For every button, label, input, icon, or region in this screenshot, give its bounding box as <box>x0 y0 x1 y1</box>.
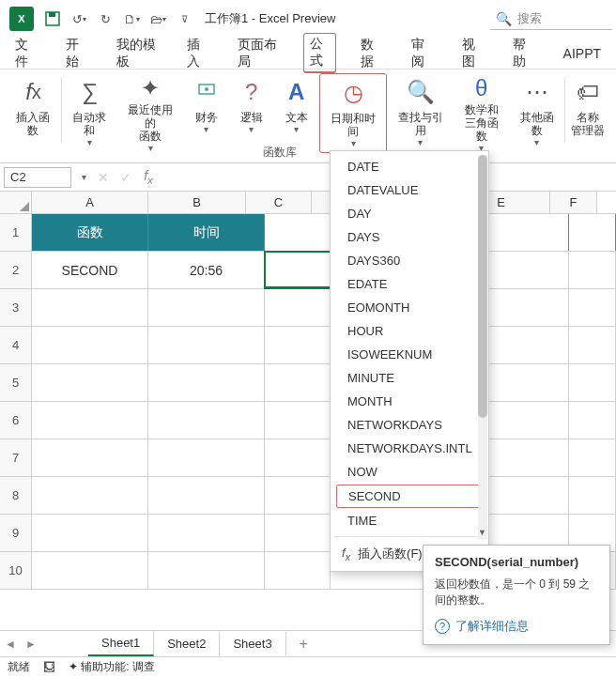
ribbon-lookup[interactable]: 🔍 查找与引用 ▾ <box>387 73 454 153</box>
ribbon-name-manager[interactable]: 🏷 名称 管理器 <box>565 73 610 153</box>
ribbon-mathtrig[interactable]: θ 数学和 三角函数 ▾ <box>454 73 509 153</box>
cell[interactable] <box>569 327 616 363</box>
tab-insert[interactable]: 插入 <box>181 33 213 74</box>
tab-review[interactable]: 审阅 <box>406 33 438 74</box>
active-cell[interactable] <box>265 252 331 288</box>
col-header[interactable]: C <box>246 192 312 213</box>
row-header[interactable]: 7 <box>0 439 32 476</box>
cancel-formula-icon[interactable]: ✕ <box>92 170 115 185</box>
cell[interactable] <box>265 552 331 589</box>
sheet-tab[interactable]: Sheet3 <box>220 632 285 655</box>
cell[interactable] <box>569 477 616 514</box>
menu-item-minute[interactable]: MINUTE <box>331 366 488 390</box>
accessibility-status[interactable]: ✦ 辅助功能: 调查 <box>69 659 155 675</box>
cell[interactable]: 20:56 <box>148 252 265 288</box>
cell[interactable] <box>569 252 616 288</box>
fx-icon[interactable]: fx <box>137 168 160 186</box>
name-box-dropdown[interactable]: ▾ <box>75 172 92 182</box>
cell[interactable] <box>265 214 331 251</box>
row-header[interactable]: 8 <box>0 477 32 514</box>
ribbon-autosum[interactable]: ∑ 自动求和 ▾ <box>62 73 117 153</box>
row-header[interactable]: 5 <box>0 364 32 401</box>
row-header[interactable]: 9 <box>0 515 32 551</box>
ribbon-recent[interactable]: ✦ 最近使用的 函数 ▾ <box>117 73 184 153</box>
ribbon-more[interactable]: ⋯ 其他函数 ▾ <box>509 73 564 153</box>
cell[interactable] <box>569 289 616 326</box>
menu-item-time[interactable]: TIME <box>331 509 488 532</box>
menu-item-days360[interactable]: DAYS360 <box>331 249 488 272</box>
undo-icon[interactable]: ↺▾ <box>66 6 92 32</box>
cell[interactable] <box>32 552 148 589</box>
cell[interactable] <box>32 327 148 363</box>
cell[interactable] <box>32 515 148 551</box>
cell[interactable] <box>569 214 616 251</box>
accept-formula-icon[interactable]: ✓ <box>115 170 137 185</box>
cell[interactable] <box>569 439 616 476</box>
ribbon-text[interactable]: A 文本 ▾ <box>274 73 319 153</box>
menu-item-days[interactable]: DAYS <box>331 225 488 249</box>
cell[interactable] <box>148 515 265 551</box>
sheet-nav-prev[interactable]: ◄ <box>0 638 21 651</box>
cell[interactable] <box>32 402 148 439</box>
cell[interactable] <box>265 289 331 326</box>
scrollbar[interactable] <box>478 155 487 539</box>
add-sheet-button[interactable]: + <box>286 632 321 656</box>
cell[interactable] <box>32 439 148 476</box>
qat-customize-icon[interactable]: ⊽ <box>171 6 197 32</box>
menu-item-networkdays-intl[interactable]: NETWORKDAYS.INTL <box>331 437 488 460</box>
name-box[interactable]: C2 <box>4 167 71 188</box>
open-folder-icon[interactable]: 🗁▾ <box>145 6 171 32</box>
cell[interactable] <box>148 402 265 439</box>
tooltip-learn-more-link[interactable]: ? 了解详细信息 <box>435 618 598 635</box>
cell[interactable] <box>265 364 331 401</box>
tab-formulas[interactable]: 公式 <box>303 33 337 73</box>
cell[interactable] <box>32 289 148 326</box>
menu-item-isoweeknum[interactable]: ISOWEEKNUM <box>331 343 488 366</box>
cell[interactable] <box>32 477 148 514</box>
ribbon-logical[interactable]: ? 逻辑 ▾ <box>229 73 274 153</box>
redo-icon[interactable]: ↻ <box>92 6 118 32</box>
cell[interactable]: SECOND <box>32 252 148 288</box>
select-all-corner[interactable] <box>0 192 32 213</box>
search-input[interactable]: 🔍 搜索 <box>490 8 612 30</box>
scroll-down-icon[interactable]: ▼ <box>478 528 486 537</box>
ribbon-datetime[interactable]: ◷ 日期和时间 ▾ <box>319 73 388 153</box>
cell[interactable]: 函数 <box>32 214 148 251</box>
tab-aippt[interactable]: AIPPT <box>558 42 607 65</box>
save-icon[interactable] <box>39 6 66 32</box>
cell[interactable] <box>265 402 331 439</box>
cell[interactable] <box>148 477 265 514</box>
cell[interactable] <box>148 439 265 476</box>
menu-item-hour[interactable]: HOUR <box>331 319 488 343</box>
cell[interactable] <box>569 364 616 401</box>
menu-item-eomonth[interactable]: EOMONTH <box>331 296 488 319</box>
cell[interactable] <box>265 327 331 363</box>
menu-item-now[interactable]: NOW <box>331 460 488 484</box>
cell[interactable] <box>265 477 331 514</box>
row-header[interactable]: 4 <box>0 327 32 363</box>
row-header[interactable]: 2 <box>0 252 32 288</box>
cell[interactable] <box>148 364 265 401</box>
sheet-tab[interactable]: Sheet1 <box>88 631 154 656</box>
col-header[interactable]: A <box>32 192 148 213</box>
col-header[interactable]: B <box>148 192 246 213</box>
tab-home[interactable]: 开始 <box>60 33 92 74</box>
menu-item-edate[interactable]: EDATE <box>331 272 488 296</box>
sheet-tab[interactable]: Sheet2 <box>154 632 220 655</box>
tab-view[interactable]: 视图 <box>456 33 488 74</box>
tab-data[interactable]: 数据 <box>355 33 387 74</box>
scrollbar-thumb[interactable] <box>478 155 487 418</box>
cell[interactable] <box>148 289 265 326</box>
row-header[interactable]: 6 <box>0 402 32 439</box>
cell[interactable] <box>148 327 265 363</box>
menu-item-networkdays[interactable]: NETWORKDAYS <box>331 413 488 437</box>
ribbon-insert-function[interactable]: fx 插入函数 <box>6 73 61 153</box>
menu-item-datevalue[interactable]: DATEVALUE <box>331 178 488 202</box>
cell[interactable]: 时间 <box>148 214 265 251</box>
tab-mytemplates[interactable]: 我的模板 <box>111 33 163 74</box>
sheet-nav-next[interactable]: ► <box>21 638 41 651</box>
stats-icon[interactable]: ⛾ <box>43 660 55 674</box>
ribbon-financial[interactable]: 财务 ▾ <box>184 73 229 153</box>
menu-item-month[interactable]: MONTH <box>331 390 488 413</box>
row-header[interactable]: 1 <box>0 214 32 251</box>
